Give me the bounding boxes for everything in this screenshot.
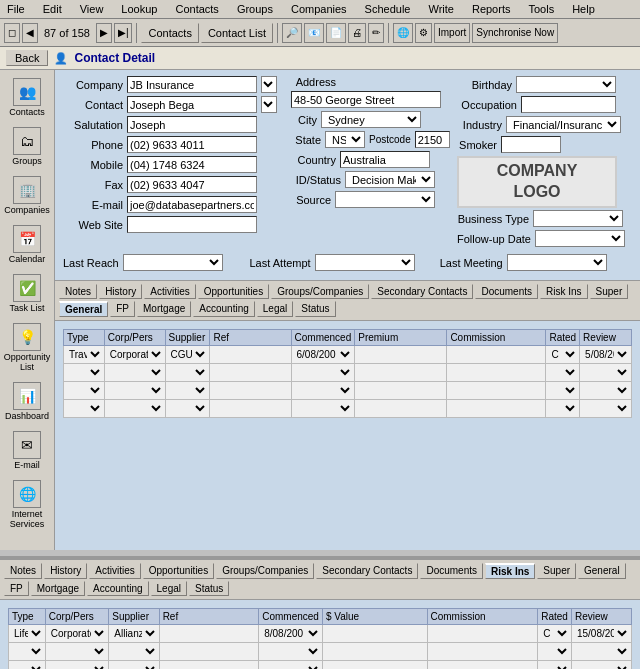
row2-commenced[interactable]: [293, 365, 354, 380]
tab2-notes[interactable]: Notes: [4, 563, 42, 579]
menu-schedule[interactable]: Schedule: [362, 2, 414, 16]
r2row1-type[interactable]: Life: [10, 626, 44, 641]
sidebar-item-dashboard[interactable]: 📊 Dashboard: [2, 378, 52, 425]
tab2-riskIns[interactable]: Risk Ins: [485, 563, 535, 579]
toolbar-btn4[interactable]: 🖨: [348, 23, 366, 43]
row3-ref[interactable]: [211, 383, 289, 398]
row2-ref[interactable]: [211, 365, 289, 380]
row3-commission[interactable]: [448, 383, 544, 398]
toolbar-btn7[interactable]: ⚙: [415, 23, 432, 43]
row3-supplier[interactable]: [167, 383, 209, 398]
tab2-secondary[interactable]: Secondary Contacts: [316, 563, 418, 579]
row3-rated[interactable]: [547, 383, 578, 398]
r2row2-supplier[interactable]: [110, 644, 157, 659]
row2-premium[interactable]: [356, 365, 445, 380]
r2row3-corp[interactable]: [47, 662, 107, 669]
email-input[interactable]: [127, 196, 257, 213]
toolbar-btn5[interactable]: ✏: [368, 23, 384, 43]
followup-select[interactable]: [535, 230, 625, 247]
lastmeeting-select[interactable]: [507, 254, 607, 271]
row1-type[interactable]: Travel: [65, 347, 103, 362]
r2row3-commission[interactable]: [429, 662, 537, 669]
row2-supplier[interactable]: [167, 365, 209, 380]
toolbar-contacts-tab[interactable]: Contacts: [141, 23, 198, 43]
r2row3-supplier[interactable]: [110, 662, 157, 669]
r2row1-value[interactable]: [324, 626, 426, 641]
sidebar-item-email[interactable]: ✉ E-mail: [2, 427, 52, 474]
tab2-groups[interactable]: Groups/Companies: [216, 563, 314, 579]
menu-companies[interactable]: Companies: [288, 2, 350, 16]
row4-type[interactable]: [65, 401, 103, 416]
menu-tools[interactable]: Tools: [525, 2, 557, 16]
r2row3-commenced[interactable]: [260, 662, 321, 669]
source-select[interactable]: [335, 191, 435, 208]
row1-supplier[interactable]: CGU: [167, 347, 209, 362]
row3-review[interactable]: [581, 383, 630, 398]
toolbar-btn1[interactable]: 🔎: [282, 23, 302, 43]
tab2-documents[interactable]: Documents: [420, 563, 483, 579]
row2-review[interactable]: [581, 365, 630, 380]
r2row1-ref[interactable]: [161, 626, 258, 641]
row1-review[interactable]: 5/08/200: [581, 347, 630, 362]
row2-rated[interactable]: [547, 365, 578, 380]
row1-commission[interactable]: [448, 347, 544, 362]
r2row2-type[interactable]: [10, 644, 44, 659]
menu-file[interactable]: File: [4, 2, 28, 16]
address-input[interactable]: [291, 91, 441, 108]
mobile-input[interactable]: [127, 156, 257, 173]
row3-type[interactable]: [65, 383, 103, 398]
tab-groups[interactable]: Groups/Companies: [271, 284, 369, 299]
tab-legal[interactable]: Legal: [257, 301, 293, 317]
postcode-input[interactable]: [415, 131, 450, 148]
menu-contacts[interactable]: Contacts: [172, 2, 221, 16]
contact-select[interactable]: [261, 96, 277, 113]
tab-mortgage[interactable]: Mortgage: [137, 301, 191, 317]
row2-corp[interactable]: [106, 365, 164, 380]
row4-supplier[interactable]: [167, 401, 209, 416]
tab2-general[interactable]: General: [578, 563, 626, 579]
row2-type[interactable]: [65, 365, 103, 380]
tab2-history[interactable]: History: [44, 563, 87, 579]
toolbar-import[interactable]: Import: [434, 23, 470, 43]
state-select[interactable]: NSW: [325, 131, 365, 148]
city-select[interactable]: Sydney: [321, 111, 421, 128]
row1-commenced[interactable]: 6/08/200: [293, 347, 354, 362]
row1-premium[interactable]: [356, 347, 445, 362]
r2row1-commenced[interactable]: 8/08/200: [260, 626, 321, 641]
row1-corp[interactable]: Corporate: [106, 347, 164, 362]
phone-input[interactable]: [127, 136, 257, 153]
toolbar-btn2[interactable]: 📧: [304, 23, 324, 43]
toolbar-prev[interactable]: ◀: [22, 23, 38, 43]
smoker-input[interactable]: [501, 136, 561, 153]
tab2-legal[interactable]: Legal: [151, 581, 187, 596]
tab-secondary[interactable]: Secondary Contacts: [371, 284, 473, 299]
r2row1-commission[interactable]: [429, 626, 537, 641]
r2row3-type[interactable]: [10, 662, 44, 669]
menu-help[interactable]: Help: [569, 2, 598, 16]
row2-commission[interactable]: [448, 365, 544, 380]
sidebar-item-calendar[interactable]: 📅 Calendar: [2, 221, 52, 268]
r2row2-review[interactable]: [573, 644, 630, 659]
tab2-accounting[interactable]: Accounting: [87, 581, 148, 596]
lastattempt-select[interactable]: [315, 254, 415, 271]
country-input[interactable]: [340, 151, 430, 168]
industry-select[interactable]: Financial/Insurance: [506, 116, 621, 133]
toolbar-last[interactable]: ▶|: [114, 23, 133, 43]
idstatus-select[interactable]: Decision Maker: [345, 171, 435, 188]
tab-notes[interactable]: Notes: [59, 284, 97, 299]
row4-review[interactable]: [581, 401, 630, 416]
row1-rated[interactable]: C: [547, 347, 578, 362]
tab2-status[interactable]: Status: [189, 581, 229, 596]
tab2-super[interactable]: Super: [537, 563, 576, 579]
r2row3-value[interactable]: [324, 662, 426, 669]
row4-rated[interactable]: [547, 401, 578, 416]
tab-activities[interactable]: Activities: [144, 284, 195, 299]
fax-input[interactable]: [127, 176, 257, 193]
tab-accounting[interactable]: Accounting: [193, 301, 254, 317]
menu-groups[interactable]: Groups: [234, 2, 276, 16]
toolbar-btn6[interactable]: 🌐: [393, 23, 413, 43]
row3-corp[interactable]: [106, 383, 164, 398]
menu-edit[interactable]: Edit: [40, 2, 65, 16]
tab-general[interactable]: General: [59, 301, 108, 317]
tab2-mortgage[interactable]: Mortgage: [31, 581, 85, 596]
